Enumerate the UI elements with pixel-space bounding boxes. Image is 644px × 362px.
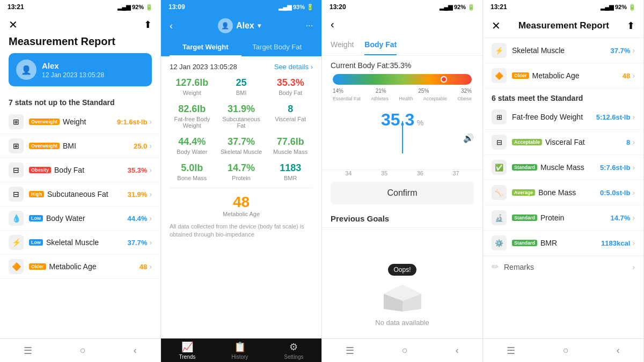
stat-value-1: 25.0 xyxy=(134,142,147,150)
nav-back-4[interactable]: ‹ xyxy=(617,345,620,356)
p4-stat-row-0[interactable]: ⊞ Fat-free Body Weight 5:12.6st·lb › xyxy=(483,105,643,130)
back-icon-2[interactable]: ‹ xyxy=(170,20,173,32)
back-icon-3[interactable]: ‹ xyxy=(331,18,334,31)
p1-title: Measurement Report xyxy=(9,35,152,48)
p2-content: 12 Jan 2023 13:05:28 See details › 127.6… xyxy=(161,56,321,362)
tab-target-bodyfat[interactable]: Target Body Fat xyxy=(241,39,313,56)
share-icon-4[interactable]: ⬆ xyxy=(627,20,635,32)
p3-big-unit: % xyxy=(417,119,423,127)
p2-metric-10: 14.7% Protein xyxy=(219,162,264,181)
stat-chevron-1: › xyxy=(149,142,152,150)
p4-stat-row-3[interactable]: 🦴 Average Bone Mass 0:5.0st·lb › xyxy=(483,180,643,205)
bf-scale-labels: 14% 21% 25% 32% xyxy=(331,88,474,94)
stat-label-0: Weight xyxy=(63,117,117,126)
stat-badge-1: Overweight xyxy=(29,143,60,149)
nav-menu-4[interactable]: ☰ xyxy=(507,345,515,357)
p4-value-2: 5:7.6st·lb xyxy=(600,164,630,172)
p2-metric-val-3: 82.6lb xyxy=(170,104,215,115)
confirm-button[interactable]: Confirm xyxy=(331,182,474,204)
stat-value-5: 37.7% xyxy=(127,239,147,247)
p4-top-chevron-1: › xyxy=(632,71,635,80)
p4-label-1: Visceral Fat xyxy=(545,138,626,146)
p2-metric-lbl-7: Skeletal Muscle xyxy=(219,149,264,155)
stat-label-5: Skeletal Muscle xyxy=(46,238,127,247)
p4-label-3: Bone Mass xyxy=(538,188,600,197)
stat-label-4: Body Water xyxy=(46,214,127,223)
p4-badge-2: Standard xyxy=(512,164,537,171)
metabolic-age-lbl: Metabolic Age xyxy=(170,211,313,217)
p3-tabs: Weight Body Fat xyxy=(322,35,482,56)
stat-label-3: Subcutaneous Fat xyxy=(47,190,127,198)
tab-bodyfat-3[interactable]: Body Fat xyxy=(364,35,397,55)
p3-chart xyxy=(331,132,474,164)
p4-stat-row-4[interactable]: 🔬 Standard Protein 14.7% › xyxy=(483,205,643,231)
p4-top-badge-1: Older xyxy=(512,72,529,79)
p2-metric-lbl-0: Weight xyxy=(170,90,215,96)
see-details-link[interactable]: See details › xyxy=(274,63,313,71)
share-icon-1[interactable]: ⬆ xyxy=(144,19,152,31)
stat-icon-1: ⊞ xyxy=(9,138,24,153)
p1-stat-row-0[interactable]: ⊞ Overweight Weight 9:1.6st·lb › xyxy=(0,110,160,134)
status-bar-1: 13:21 ▂▄▆ 92%🔋 xyxy=(0,0,160,14)
nav-home-4[interactable]: ○ xyxy=(563,345,569,356)
p2-metric-11: 1183 BMR xyxy=(268,162,313,181)
bf-scale-bar xyxy=(333,74,472,85)
p2-metric-val-6: 44.4% xyxy=(170,136,215,147)
p4-badge-4: Standard xyxy=(512,215,537,221)
stat-icon-3: ⊟ xyxy=(9,187,24,202)
p1-stat-row-4[interactable]: 💧 Low Body Water 44.4% › xyxy=(0,206,160,231)
p4-header: ✕ Measurement Report ⬆ xyxy=(483,14,643,38)
p4-top-chevron-0: › xyxy=(632,46,635,55)
nav-menu-1[interactable]: ☰ xyxy=(24,345,32,357)
bottom-nav-2: 📈 Trends 📋 History ⚙ Settings xyxy=(161,338,321,362)
nav-back-3[interactable]: ‹ xyxy=(456,345,459,356)
nav-menu-3[interactable]: ☰ xyxy=(346,345,354,357)
p2-metric-0: 127.6lb Weight xyxy=(170,77,215,96)
p2-metric-val-9: 5.0lb xyxy=(170,162,215,174)
p2-metric-lbl-8: Muscle Mass xyxy=(268,149,313,155)
stat-value-6: 48 xyxy=(140,263,147,271)
p4-stat-row-1[interactable]: ⊟ Acceptable Visceral Fat 8 › xyxy=(483,130,643,155)
p4-icon-0: ⊞ xyxy=(492,109,507,124)
p4-title: Measurement Report xyxy=(518,20,609,31)
stat-chevron-5: › xyxy=(149,238,152,247)
more-icon-2[interactable]: ··· xyxy=(306,21,313,31)
nav-home-1[interactable]: ○ xyxy=(80,345,86,356)
p1-stat-row-5[interactable]: ⚡ Low Skeletal Muscle 37.7% › xyxy=(0,231,160,255)
p4-stat-row-2[interactable]: ✅ Standard Muscle Mass 5:7.6st·lb › xyxy=(483,155,643,180)
p1-user-info: Alex 12 Jan 2023 13:05:28 xyxy=(42,61,104,79)
remarks-row[interactable]: ✏ Remarks › xyxy=(483,256,643,277)
stat-icon-4: 💧 xyxy=(9,211,24,226)
p2-metric-lbl-6: Body Water xyxy=(170,149,215,155)
p4-stat-row-5[interactable]: ⚙️ Standard BMR 1183kcal › xyxy=(483,231,643,256)
p1-stat-row-3[interactable]: ⊟ High Subcutaneous Fat 31.9% › xyxy=(0,182,160,206)
tab-weight-3[interactable]: Weight xyxy=(331,35,354,55)
nav-trends[interactable]: 📈 Trends xyxy=(179,341,195,360)
bottom-nav-4: ☰ ○ ‹ xyxy=(483,338,643,362)
status-bar-3: 13:20 ▂▄▆ 92%🔋 xyxy=(322,0,482,14)
p4-top-stat-0[interactable]: ⚡ Skeletal Muscle 37.7% › xyxy=(483,38,643,63)
p4-badge-5: Standard xyxy=(512,240,537,246)
p4-top-icon-0: ⚡ xyxy=(492,43,507,58)
nav-back-1[interactable]: ‹ xyxy=(134,345,137,356)
stat-chevron-2: › xyxy=(149,166,152,174)
signal-2: ▂▄▆ 93%🔋 xyxy=(279,4,314,11)
nav-home-3[interactable]: ○ xyxy=(402,345,408,356)
p1-stat-row-1[interactable]: ⊞ Overweight BMI 25.0 › xyxy=(0,134,160,158)
nav-settings[interactable]: ⚙ Settings xyxy=(284,341,303,360)
p4-content: ⚡ Skeletal Muscle 37.7% › 🔶 Older Metabo… xyxy=(483,38,643,362)
nav-history[interactable]: 📋 History xyxy=(231,341,248,360)
back-icon-1[interactable]: ✕ xyxy=(9,18,18,31)
p2-metric-9: 5.0lb Bone Mass xyxy=(170,162,215,181)
tab-target-weight[interactable]: Target Weight xyxy=(170,39,241,56)
back-icon-4[interactable]: ✕ xyxy=(492,19,501,32)
stat-chevron-3: › xyxy=(149,190,152,198)
p2-metric-val-5: 8 xyxy=(268,104,313,115)
p4-badge-1: Acceptable xyxy=(512,139,542,145)
stat-value-3: 31.9% xyxy=(127,190,147,198)
p4-top-stat-1[interactable]: 🔶 Older Metabolic Age 48 › xyxy=(483,63,643,88)
speaker-icon[interactable]: 🔊 xyxy=(463,132,474,143)
remarks-label: Remarks xyxy=(504,263,632,271)
p1-stat-row-6[interactable]: 🔶 Older Metabolic Age 48 › xyxy=(0,255,160,279)
p1-stat-row-2[interactable]: ⊟ Obesity Body Fat 35.3% › xyxy=(0,158,160,182)
